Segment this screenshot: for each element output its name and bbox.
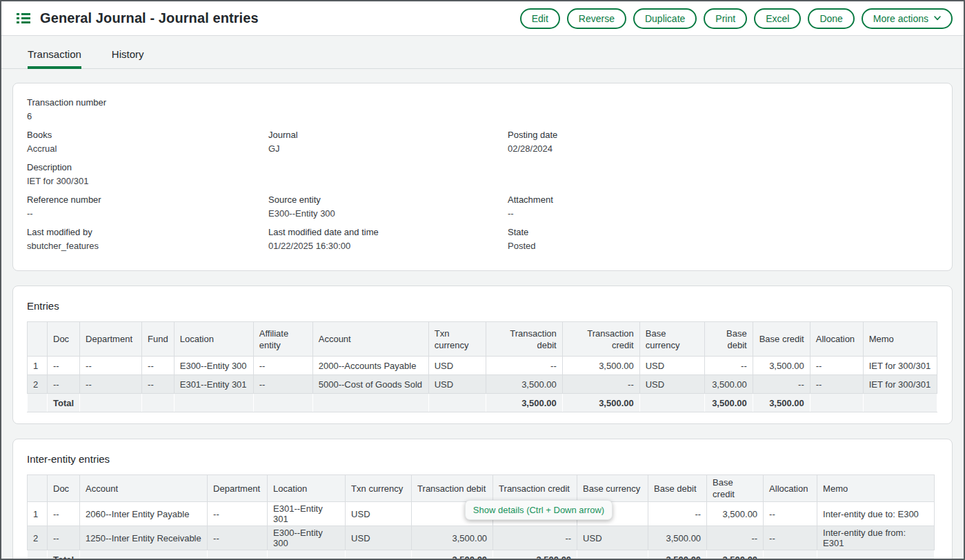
table-cell[interactable]: Inter-entity due to: E300: [817, 502, 935, 526]
field-value: Accrual: [27, 143, 255, 154]
table-cell[interactable]: --: [208, 526, 268, 550]
table-cell[interactable]: --: [142, 357, 175, 375]
total-cell: [764, 550, 817, 560]
table-cell[interactable]: E300--Entity 300: [268, 526, 346, 550]
field-row: BooksAccrualJournalGJPosting date02/28/2…: [27, 130, 938, 154]
table-cell[interactable]: --: [48, 502, 80, 526]
table-cell[interactable]: USD: [428, 375, 486, 394]
table-cell[interactable]: E301--Entity 301: [268, 502, 346, 526]
table-cell[interactable]: IET for 300/301: [863, 357, 937, 375]
table-cell[interactable]: IET for 300/301: [863, 375, 937, 394]
title-bar: General Journal - Journal entries Edit R…: [1, 1, 964, 36]
total-cell: [80, 394, 142, 412]
total-cell: [639, 394, 704, 412]
table-cell[interactable]: 2: [28, 526, 48, 550]
table-cell[interactable]: USD: [428, 357, 486, 375]
total-cell: 3,500.00: [562, 394, 639, 412]
table-cell[interactable]: --: [648, 502, 707, 526]
table-cell[interactable]: --: [486, 357, 562, 375]
table-cell[interactable]: 1250--Inter Entity Receivable: [80, 526, 208, 550]
table-cell[interactable]: --: [764, 502, 817, 526]
total-row: Total3,500.003,500.003,500.003,500.00: [28, 550, 935, 560]
table-row: 2------E301--Entity 301--5000--Cost of G…: [28, 375, 937, 394]
tab-history[interactable]: History: [112, 48, 144, 69]
column-header: Account: [312, 322, 428, 357]
table-cell[interactable]: --: [707, 526, 764, 550]
table-cell[interactable]: 3,500.00: [648, 526, 707, 550]
table-cell[interactable]: --: [48, 375, 80, 394]
done-button[interactable]: Done: [808, 8, 854, 29]
table-cell[interactable]: USD: [577, 526, 648, 550]
total-cell: [80, 550, 208, 560]
table-cell[interactable]: E301--Entity 301: [174, 375, 253, 394]
table-cell[interactable]: E300--Entity 300: [174, 357, 253, 375]
table-cell[interactable]: USD: [346, 526, 412, 550]
table-cell[interactable]: 3,500.00: [562, 357, 639, 375]
table-cell[interactable]: 5000--Cost of Goods Sold: [312, 375, 428, 394]
table-cell[interactable]: 1: [28, 357, 48, 375]
table-cell[interactable]: 3,500.00: [486, 375, 562, 394]
total-cell: 3,500.00: [707, 550, 764, 560]
field-value: --: [508, 208, 924, 219]
table-cell[interactable]: --: [493, 526, 577, 550]
entries-title: Entries: [27, 300, 938, 312]
tab-transaction[interactable]: Transaction: [28, 48, 81, 69]
field-value: GJ: [268, 143, 494, 154]
inter-entity-panel: Inter-entity entries DocAccountDepartmen…: [12, 439, 953, 560]
field-label: Transaction number: [27, 97, 255, 108]
table-cell[interactable]: --: [253, 375, 312, 394]
table-cell[interactable]: --: [810, 357, 863, 375]
table-cell[interactable]: --: [704, 357, 753, 375]
field-label: Reference number: [27, 194, 255, 206]
field-value: IET for 300/301: [27, 176, 255, 187]
table-cell[interactable]: 3,500.00: [412, 526, 493, 550]
total-cell: [208, 550, 268, 560]
total-cell: [28, 394, 48, 412]
table-cell[interactable]: --: [253, 357, 312, 375]
reverse-button[interactable]: Reverse: [567, 8, 626, 29]
table-cell[interactable]: 3,500.00: [753, 357, 810, 375]
column-header: Department: [208, 475, 268, 502]
table-cell[interactable]: 2: [28, 375, 48, 394]
column-header: Location: [268, 475, 346, 502]
print-button[interactable]: Print: [704, 8, 747, 29]
table-cell[interactable]: --: [80, 375, 142, 394]
table-cell[interactable]: USD: [346, 502, 412, 526]
table-row: 2--1250--Inter Entity Receivable--E300--…: [28, 526, 935, 550]
table-cell[interactable]: USD: [639, 375, 704, 394]
column-header: Account: [80, 475, 208, 502]
column-header: Base credit: [707, 475, 764, 502]
column-header: Transaction debit: [412, 475, 493, 502]
table-cell[interactable]: --: [753, 375, 810, 394]
field-value: E300--Entity 300: [268, 208, 494, 219]
table-cell[interactable]: --: [142, 375, 175, 394]
field-row: Reference number--Source entityE300--Ent…: [27, 194, 938, 219]
more-actions-button[interactable]: More actions: [862, 8, 953, 29]
table-cell[interactable]: 2000--Accounts Payable: [312, 357, 428, 375]
table-cell[interactable]: --: [562, 375, 639, 394]
table-cell[interactable]: USD: [639, 357, 704, 375]
table-cell[interactable]: --: [80, 357, 142, 375]
total-cell: 3,500.00: [412, 550, 493, 560]
table-cell[interactable]: 1: [28, 502, 48, 526]
table-cell[interactable]: Inter-entity due from: E301: [817, 526, 935, 550]
table-cell[interactable]: --: [48, 357, 80, 375]
table-cell[interactable]: --: [810, 375, 863, 394]
total-cell: [577, 550, 648, 560]
total-cell: Total: [48, 550, 80, 560]
column-header: Location: [174, 322, 253, 357]
journal-list-icon[interactable]: [17, 12, 30, 24]
duplicate-button[interactable]: Duplicate: [633, 8, 697, 29]
table-cell[interactable]: --: [764, 526, 817, 550]
edit-button[interactable]: Edit: [520, 8, 560, 29]
column-header: Transaction credit: [493, 475, 577, 502]
table-cell[interactable]: 2060--Inter Entity Payable: [80, 502, 208, 526]
field-posting-date: Posting date02/28/2024: [508, 130, 938, 154]
entries-table: DocDepartmentFundLocationAffiliate entit…: [27, 321, 937, 412]
table-cell[interactable]: 3,500.00: [707, 502, 764, 526]
table-cell[interactable]: --: [208, 502, 268, 526]
table-cell[interactable]: --: [48, 526, 80, 550]
table-cell[interactable]: 3,500.00: [704, 375, 753, 394]
excel-button[interactable]: Excel: [754, 8, 801, 29]
column-header: Allocation: [810, 322, 863, 357]
